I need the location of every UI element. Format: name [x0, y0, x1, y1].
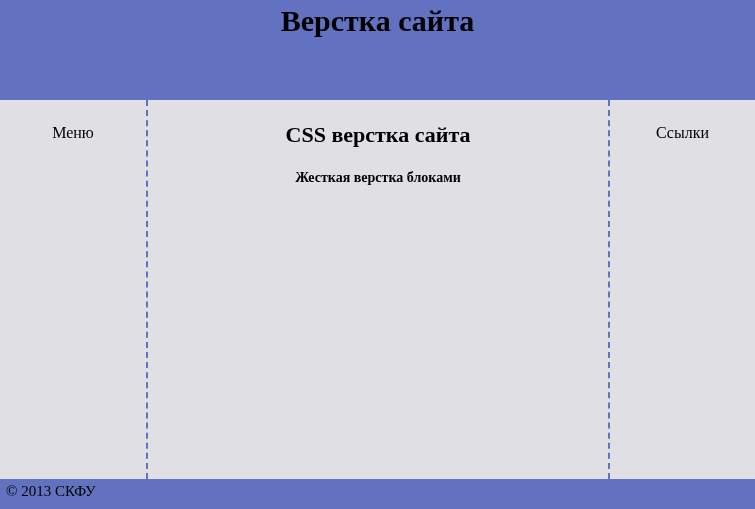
sidebar-left-title: Меню [0, 124, 146, 142]
content-area: Меню CSS верстка сайта Жесткая верстка б… [0, 100, 755, 479]
page-footer: © 2013 СКФУ [0, 479, 755, 509]
footer-copyright: © 2013 СКФУ [6, 483, 96, 499]
sidebar-right-title: Ссылки [610, 124, 755, 142]
main-title: CSS верстка сайта [148, 122, 608, 148]
page-title: Верстка сайта [0, 4, 755, 38]
main-subtitle: Жесткая верстка блоками [148, 170, 608, 186]
page-header: Верстка сайта [0, 0, 755, 100]
sidebar-left: Меню [0, 100, 148, 479]
sidebar-right: Ссылки [608, 100, 755, 479]
main-content: CSS верстка сайта Жесткая верстка блокам… [148, 100, 608, 479]
